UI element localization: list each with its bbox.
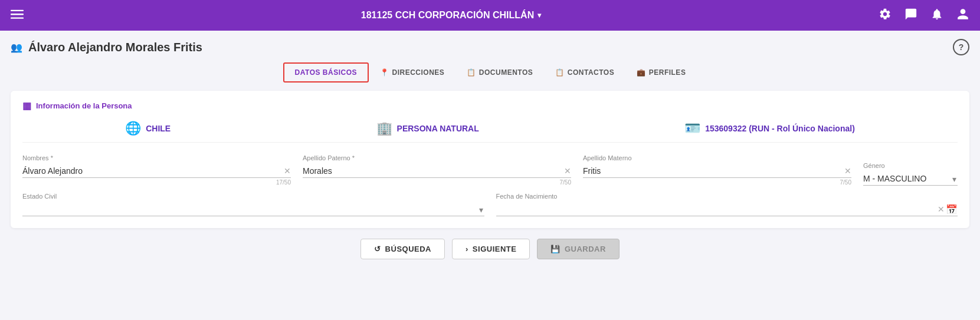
navbar-title: 181125 CCH CORPORACIÓN CHILLÁN	[361, 10, 534, 21]
apellido-materno-char-count: 7/50	[583, 179, 851, 186]
save-icon: 💾	[550, 245, 561, 253]
apellido-paterno-label: Apellido Paterno *	[303, 154, 571, 161]
bell-icon[interactable]	[930, 8, 943, 23]
info-row: 🌐 CHILE 🏢 PERSONA NATURAL 🪪 153609322 (R…	[22, 121, 958, 143]
briefcase-icon: 💼	[637, 68, 646, 77]
pais-label: CHILE	[146, 124, 171, 133]
contact-icon: 📋	[555, 68, 565, 77]
info-card: ▦ Información de la Persona 🌐 CHILE 🏢 PE…	[11, 91, 969, 228]
nombres-char-count: 17/50	[22, 179, 291, 186]
hamburger-menu[interactable]	[11, 8, 24, 23]
navbar-title-button[interactable]: 181125 CCH CORPORACIÓN CHILLÁN ▾	[361, 10, 541, 21]
apellido-materno-group: Apellido Materno ✕ 7/50	[583, 154, 851, 186]
tab-documentos-label: DOCUMENTOS	[479, 68, 533, 77]
genero-label: Género	[863, 162, 958, 169]
svg-rect-1	[11, 14, 24, 15]
navbar: 181125 CCH CORPORACIÓN CHILLÁN ▾	[0, 0, 980, 31]
fecha-nacimiento-input[interactable]	[496, 202, 958, 216]
estado-civil-group: Estado Civil Soltero/a Casado/a ▾	[22, 193, 484, 216]
refresh-icon: ↺	[374, 245, 381, 253]
busqueda-button[interactable]: ↺ BÚSQUEDA	[360, 239, 445, 259]
guardar-button[interactable]: 💾 GUARDAR	[537, 239, 619, 259]
apellido-paterno-char-count: 7/50	[303, 179, 571, 186]
calendar-icon[interactable]: 📅	[946, 204, 958, 215]
nombres-input-wrap: ✕	[22, 163, 291, 178]
tipo-persona-info[interactable]: 🏢 PERSONA NATURAL	[376, 121, 479, 136]
estado-civil-select-wrap: Soltero/a Casado/a ▾	[22, 202, 484, 216]
nombres-clear-button[interactable]: ✕	[284, 166, 291, 176]
chevron-down-icon: ▾	[537, 11, 541, 19]
pais-info[interactable]: 🌐 CHILE	[125, 121, 171, 136]
svg-rect-0	[11, 10, 24, 11]
tab-direcciones[interactable]: 📍 DIRECCIONES	[369, 63, 455, 82]
apellido-materno-clear-button[interactable]: ✕	[844, 166, 851, 176]
siguiente-button[interactable]: › SIGUIENTE	[452, 239, 530, 259]
apellido-paterno-clear-button[interactable]: ✕	[564, 166, 571, 176]
fecha-nacimiento-input-wrap: ✕ 📅	[496, 202, 958, 216]
fecha-nacimiento-group: Fecha de Nacimiento ✕ 📅	[496, 193, 958, 216]
tab-direcciones-label: DIRECCIONES	[392, 68, 445, 77]
main-page: 👥 Álvaro Alejandro Morales Fritis ? DATO…	[0, 31, 980, 320]
grid-icon: ▦	[22, 100, 31, 111]
apellido-paterno-group: Apellido Paterno * ✕ 7/50	[303, 154, 571, 186]
siguiente-label: SIGUIENTE	[473, 245, 517, 253]
arrow-right-icon: ›	[466, 245, 468, 253]
chat-icon[interactable]	[904, 8, 917, 23]
globe-icon: 🌐	[125, 121, 141, 136]
map-pin-icon: 📍	[380, 68, 389, 77]
page-title: Álvaro Alejandro Morales Fritis	[28, 41, 202, 54]
section-title: ▦ Información de la Persona	[22, 100, 958, 111]
run-label: 153609322 (RUN - Rol Único Nacional)	[705, 124, 855, 133]
genero-select-wrap: M - MASCULINO F - FEMENINO O - OTRO ▾	[863, 171, 958, 186]
building-icon: 🏢	[376, 121, 392, 136]
nombres-label: Nombres *	[22, 154, 291, 161]
document-icon: 📋	[467, 68, 476, 77]
genero-select[interactable]: M - MASCULINO F - FEMENINO O - OTRO	[863, 171, 958, 186]
guardar-label: GUARDAR	[565, 245, 606, 253]
page-header: 👥 Álvaro Alejandro Morales Fritis ?	[11, 39, 969, 55]
run-info[interactable]: 🪪 153609322 (RUN - Rol Único Nacional)	[684, 121, 855, 136]
tipo-persona-label: PERSONA NATURAL	[397, 124, 479, 133]
nombres-group: Nombres * ✕ 17/50	[22, 154, 291, 186]
form-row-2: Estado Civil Soltero/a Casado/a ▾ Fecha …	[22, 193, 958, 216]
apellido-materno-label: Apellido Materno	[583, 154, 851, 161]
nombres-input[interactable]	[22, 163, 291, 178]
tab-datos-basicos[interactable]: DATOS BÁSICOS	[283, 62, 369, 83]
apellido-materno-input[interactable]	[583, 163, 851, 178]
user-icon[interactable]	[956, 8, 969, 23]
form-row-1: Nombres * ✕ 17/50 Apellido Paterno * ✕ 7…	[22, 154, 958, 186]
fecha-nacimiento-label: Fecha de Nacimiento	[496, 193, 958, 200]
settings-icon[interactable]	[879, 8, 891, 23]
navbar-icons	[879, 8, 969, 23]
id-card-icon: 🪪	[684, 121, 700, 136]
tab-contactos-label: CONTACTOS	[568, 68, 614, 77]
footer-bar: ↺ BÚSQUEDA › SIGUIENTE 💾 GUARDAR	[11, 239, 969, 259]
estado-civil-select[interactable]: Soltero/a Casado/a	[22, 202, 484, 216]
tab-datos-basicos-label: DATOS BÁSICOS	[295, 68, 357, 77]
tab-contactos[interactable]: 📋 CONTACTOS	[544, 63, 625, 82]
tab-perfiles-label: PERFILES	[649, 68, 686, 77]
tabs-bar: DATOS BÁSICOS 📍 DIRECCIONES 📋 DOCUMENTOS…	[11, 62, 969, 83]
fecha-nacimiento-clear-button[interactable]: ✕	[938, 204, 945, 214]
svg-rect-2	[11, 18, 24, 19]
apellido-materno-input-wrap: ✕	[583, 163, 851, 178]
apellido-paterno-input-wrap: ✕	[303, 163, 571, 178]
busqueda-label: BÚSQUEDA	[385, 245, 431, 253]
tab-documentos[interactable]: 📋 DOCUMENTOS	[455, 63, 544, 82]
tab-perfiles[interactable]: 💼 PERFILES	[625, 63, 697, 82]
apellido-paterno-input[interactable]	[303, 163, 571, 178]
person-group-icon: 👥	[11, 42, 22, 53]
estado-civil-label: Estado Civil	[22, 193, 484, 200]
genero-group: Género M - MASCULINO F - FEMENINO O - OT…	[863, 162, 958, 186]
section-title-text: Información de la Persona	[36, 101, 132, 110]
help-button[interactable]: ?	[953, 39, 969, 55]
